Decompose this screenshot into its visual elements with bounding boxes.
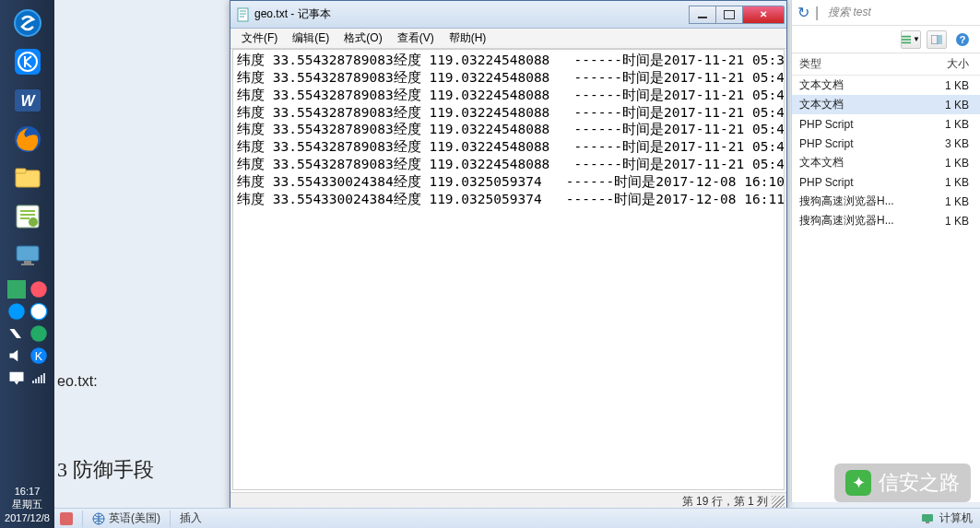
wechat-icon: ✦ xyxy=(845,470,871,496)
explorer-searchbar: ↻ | 搜索 test xyxy=(792,0,980,26)
clock-time: 16:17 xyxy=(0,485,54,498)
svg-text:K: K xyxy=(34,350,42,363)
explorer-icon[interactable] xyxy=(8,160,47,195)
watermark: ✦ 信安之路 xyxy=(834,463,971,502)
svg-point-17 xyxy=(30,325,47,342)
tray-icon[interactable] xyxy=(30,302,48,321)
action-center-icon[interactable] xyxy=(7,369,26,387)
notepad-textarea[interactable]: 纬度 33.554328789083经度 119.03224548088 ---… xyxy=(232,49,785,490)
row-size: 1 KB xyxy=(903,215,980,228)
desktop-icon[interactable] xyxy=(8,238,47,273)
taskbar: W K 16:17 星期五 2017/12/8 xyxy=(0,0,54,528)
svg-rect-23 xyxy=(902,39,911,41)
close-button[interactable] xyxy=(742,6,785,24)
computer-label[interactable]: 计算机 xyxy=(939,510,973,526)
row-size: 1 KB xyxy=(903,157,980,170)
statusbar-item[interactable] xyxy=(54,512,78,525)
insert-mode[interactable]: 插入 xyxy=(174,510,207,526)
row-size: 1 KB xyxy=(903,176,980,189)
menu-file[interactable]: 文件(F) xyxy=(234,29,285,48)
row-type: PHP Script xyxy=(792,176,903,189)
svg-rect-26 xyxy=(939,35,942,44)
table-row[interactable]: 搜狗高速浏览器H...1 KB xyxy=(792,192,980,211)
background-section-title: 3 防御手段 xyxy=(57,456,154,484)
row-type: 文本文档 xyxy=(792,97,903,112)
view-mode-icon[interactable]: ▼ xyxy=(901,30,921,49)
svg-rect-22 xyxy=(902,35,911,37)
tray-icon[interactable] xyxy=(30,280,48,299)
search-input[interactable]: 搜索 test xyxy=(824,5,974,20)
svg-rect-32 xyxy=(926,522,929,523)
table-row[interactable]: PHP Script1 KB xyxy=(792,114,980,134)
table-row[interactable]: 文本文档1 KB xyxy=(792,95,980,114)
tray-icon[interactable] xyxy=(7,302,26,321)
notepadpp-icon[interactable] xyxy=(8,199,47,234)
svg-rect-21 xyxy=(238,8,248,21)
resize-grip[interactable] xyxy=(772,496,785,509)
maximize-button[interactable] xyxy=(715,6,743,24)
row-size: 1 KB xyxy=(903,195,980,208)
statusbar: 英语(美国) 插入 计算机 xyxy=(54,508,980,528)
firefox-icon[interactable] xyxy=(8,122,47,157)
column-type[interactable]: 类型 xyxy=(792,56,903,72)
sogou-browser-icon[interactable] xyxy=(8,6,47,41)
signal-icon[interactable] xyxy=(30,369,48,387)
menu-help[interactable]: 帮助(H) xyxy=(442,29,494,48)
row-type: 文本文档 xyxy=(792,155,903,170)
table-row[interactable]: 文本文档1 KB xyxy=(792,76,980,95)
menu-view[interactable]: 查看(V) xyxy=(390,29,442,48)
preview-pane-icon[interactable] xyxy=(927,30,947,49)
notepad-menubar: 文件(F) 编辑(E) 格式(O) 查看(V) 帮助(H) xyxy=(230,29,786,49)
language-indicator[interactable]: 英语(美国) xyxy=(87,510,166,526)
svg-rect-29 xyxy=(60,512,73,525)
menu-format[interactable]: 格式(O) xyxy=(337,29,389,48)
tray-icon[interactable] xyxy=(7,280,26,299)
svg-rect-10 xyxy=(17,246,39,261)
explorer-panel: ↻ | 搜索 test ▼ ? 类型 大小 文本文档1 KB文本文档1 KBPH… xyxy=(791,0,980,502)
tray-icon[interactable] xyxy=(7,324,26,343)
table-row[interactable]: 搜狗高速浏览器H...1 KB xyxy=(792,211,980,230)
table-row[interactable]: 文本文档1 KB xyxy=(792,153,980,172)
menu-edit[interactable]: 编辑(E) xyxy=(285,29,337,48)
table-row[interactable]: PHP Script1 KB xyxy=(792,172,980,192)
table-row[interactable]: PHP Script3 KB xyxy=(792,134,980,153)
notepad-window: geo.txt - 记事本 文件(F) 编辑(E) 格式(O) 查看(V) 帮助… xyxy=(230,0,787,511)
row-type: 文本文档 xyxy=(792,77,903,93)
explorer-columns-header[interactable]: 类型 大小 xyxy=(792,53,980,76)
tray-icon[interactable] xyxy=(30,324,48,343)
row-type: 搜狗高速浏览器H... xyxy=(792,194,903,209)
refresh-icon[interactable]: ↻ xyxy=(797,4,809,21)
notepad-icon xyxy=(236,7,251,22)
svg-point-14 xyxy=(30,281,47,298)
svg-rect-24 xyxy=(902,41,911,43)
volume-icon[interactable] xyxy=(7,346,26,365)
svg-rect-13 xyxy=(7,280,26,299)
explorer-toolbar: ▼ ? xyxy=(792,26,980,53)
explorer-rows: 文本文档1 KB文本文档1 KBPHP Script1 KBPHP Script… xyxy=(792,76,980,230)
kugou-icon[interactable] xyxy=(8,44,47,79)
computer-icon xyxy=(921,512,934,525)
svg-text:?: ? xyxy=(960,34,966,45)
svg-point-16 xyxy=(30,303,47,320)
help-icon[interactable]: ? xyxy=(952,30,973,49)
row-type: 搜狗高速浏览器H... xyxy=(792,213,903,229)
svg-rect-11 xyxy=(24,261,31,264)
taskbar-clock[interactable]: 16:17 星期五 2017/12/8 xyxy=(0,485,54,528)
globe-icon xyxy=(92,512,105,525)
svg-rect-31 xyxy=(922,514,933,522)
svg-text:W: W xyxy=(20,93,36,109)
kugou-tray-icon[interactable]: K xyxy=(30,346,48,365)
clock-date: 2017/12/8 xyxy=(0,511,54,524)
notepad-titlebar[interactable]: geo.txt - 记事本 xyxy=(230,1,786,29)
notepad-title: geo.txt - 记事本 xyxy=(254,6,690,22)
svg-rect-25 xyxy=(931,35,938,44)
clock-day: 星期五 xyxy=(0,498,54,510)
svg-rect-20 xyxy=(9,372,23,381)
background-geo-label: eo.txt: xyxy=(57,373,98,390)
minimize-button[interactable] xyxy=(689,6,716,24)
row-size: 1 KB xyxy=(903,79,980,92)
column-size[interactable]: 大小 xyxy=(903,56,980,72)
row-size: 3 KB xyxy=(903,137,980,150)
watermark-text: 信安之路 xyxy=(879,469,960,497)
word-icon[interactable]: W xyxy=(8,83,47,118)
